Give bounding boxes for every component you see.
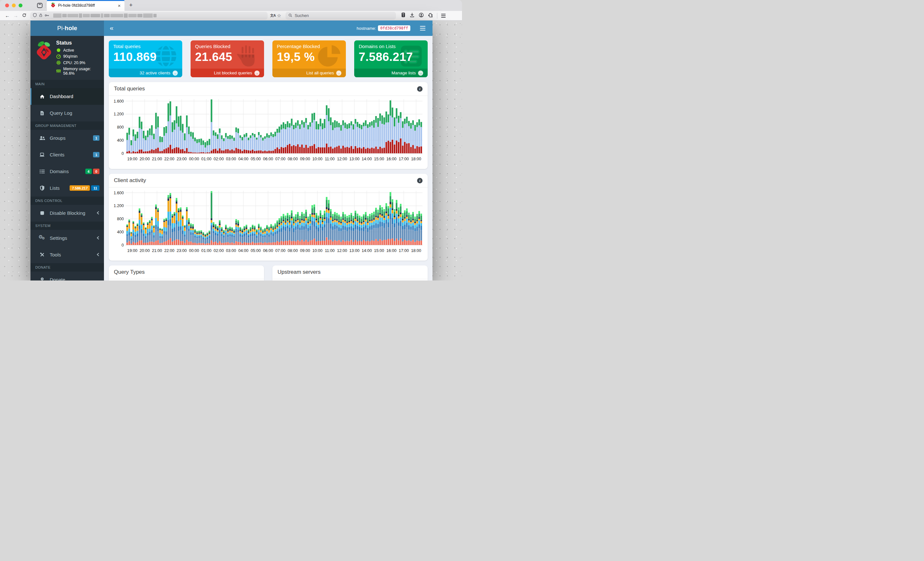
extension-icon[interactable] [401,12,405,19]
svg-text:1.200: 1.200 [114,203,124,208]
svg-text:06:00: 06:00 [263,157,273,161]
tab-close-icon[interactable]: × [117,3,122,8]
svg-text:800: 800 [117,125,124,130]
total-queries-chart[interactable]: 19:0020:0021:0022:0023:0000:0001:0002:00… [111,98,424,168]
svg-text:09:00: 09:00 [300,157,310,161]
pihole-logo[interactable]: Pi-hole [30,21,104,36]
sidebar-item-clients[interactable]: Clients1 [30,147,104,163]
download-icon[interactable] [410,12,414,19]
key-icon[interactable] [45,13,50,19]
stat-card-2: Queries Blocked 21.645 List blocked quer… [190,40,264,77]
svg-text:19:00: 19:00 [128,248,138,253]
sidebar-item-domains[interactable]: Domains40 [30,163,104,180]
svg-text:18:00: 18:00 [411,157,421,161]
close-window-button[interactable] [5,3,9,7]
sidebar-collapse-icon[interactable]: « [110,24,114,31]
total-queries-panel: Total queries i 19:0020:0021:0022:0023:0… [109,82,428,169]
tab-pihole[interactable]: Pi-hole 0fd38cd798ff × [47,0,124,11]
svg-text:23:00: 23:00 [177,157,187,161]
main-content: Total queries 110.869 32 active clients … [104,36,432,280]
svg-text:03:00: 03:00 [226,248,236,253]
svg-text:23:00: 23:00 [177,248,187,253]
sidebar-item-lists[interactable]: Lists7.586.21711 [30,180,104,196]
info-icon[interactable]: i [417,86,423,92]
badge: 1 [93,135,99,141]
svg-text:05:00: 05:00 [250,157,261,161]
search-input[interactable]: Suchen [285,12,396,19]
hostname-label: hostname: [357,26,376,31]
zoom-window-button[interactable] [19,3,22,7]
svg-text:00:00: 00:00 [189,248,199,253]
pihole-window: Pi-hole « hostname: 0fd38cd798ff Status … [30,21,432,280]
client-activity-title: Client activity [114,177,417,184]
address-redacted [53,13,157,18]
pihole-header: Pi-hole « hostname: 0fd38cd798ff [30,21,432,36]
svg-text:16:00: 16:00 [386,157,396,161]
chevron-left-icon [97,252,99,257]
firefox-view-icon[interactable] [37,2,43,9]
svg-text:00:00: 00:00 [189,157,199,161]
lock-icon[interactable] [39,13,43,19]
translate-icon[interactable]: 文A [270,13,276,18]
svg-text:03:00: 03:00 [226,157,236,161]
sidebar-item-dashboard[interactable]: Dashboard [30,88,104,105]
account-icon[interactable] [418,12,424,19]
card-footer-link[interactable]: List all queries → [272,69,346,77]
sidebar-section-header: DONATE [30,263,104,272]
shield-icon[interactable] [33,13,37,19]
sidebar-item-label: Query Log [50,110,99,116]
laptop-icon [39,152,45,157]
sidebar-section-header: SYSTEM [30,221,104,230]
sidebar-item-groups[interactable]: Groups1 [30,130,104,147]
tools-icon [39,252,45,257]
svg-text:10:00: 10:00 [312,157,322,161]
info-icon[interactable]: i [417,178,423,183]
client-activity-panel: Client activity i 19:0020:0021:0022:0023… [109,174,428,260]
address-bar[interactable] [30,12,268,19]
toolbar-extensions [401,12,433,19]
minimize-window-button[interactable] [12,3,16,7]
reload-button[interactable] [20,12,28,19]
pihole-menu-icon[interactable] [418,24,427,33]
status-text: Memory usage: 56.6% [63,67,101,76]
back-button[interactable]: ← [3,12,12,19]
sidebar-item-settings[interactable]: ⚙⚙Settings [30,230,104,247]
arrow-circle-right-icon: → [418,70,423,76]
sidebar-item-query-log[interactable]: Query Log [30,105,104,121]
card-footer-label: 32 active clients [140,70,170,75]
upstream-servers-title: Upstream servers [278,269,423,275]
svg-text:400: 400 [117,230,124,234]
circle-icon [56,48,61,52]
stat-card-4: Domains on Lists 7.586.217 Manage lists … [354,40,428,77]
sidebar-item-disable-blocking[interactable]: Disable Blocking [30,205,104,221]
sidebar-item-label: Domains [50,169,86,174]
query-types-panel: Query Types ✓ A [109,265,264,280]
users-icon [39,136,45,141]
status-text: 90q/min [63,54,77,59]
sidebar-item-tools[interactable]: Tools [30,247,104,263]
menu-icon[interactable] [441,14,446,18]
gauge-icon [56,54,61,59]
arrow-circle-right-icon: → [336,70,341,76]
svg-text:11:00: 11:00 [325,248,334,253]
svg-text:05:00: 05:00 [250,248,261,253]
card-footer-link[interactable]: 32 active clients → [109,69,182,77]
card-footer-link[interactable]: List blocked queries → [190,69,264,77]
badge: 11 [91,185,99,191]
extensions-puzzle-icon[interactable] [428,12,433,19]
card-footer-label: Manage lists [392,70,416,75]
brand-prefix: Pi- [57,25,64,32]
status-row: 90q/min [56,54,101,59]
sidebar-item-label: Dashboard [50,94,99,99]
home-icon [39,94,45,99]
client-activity-chart[interactable]: 19:0020:0021:0022:0023:0000:0001:0002:00… [111,190,424,260]
svg-text:12:00: 12:00 [337,248,347,253]
card-footer-link[interactable]: Manage lists → [354,69,428,77]
stat-card-1: Total queries 110.869 32 active clients … [109,40,182,77]
svg-text:11:00: 11:00 [325,157,334,161]
sidebar-item-donate[interactable]: $Donate [30,272,104,281]
stat-card-3: Percentage Blocked 19,5 % List all queri… [272,40,346,77]
new-tab-button[interactable]: + [127,1,135,9]
window-controls [5,3,22,7]
bookmark-star-icon[interactable]: ☆ [277,13,281,19]
